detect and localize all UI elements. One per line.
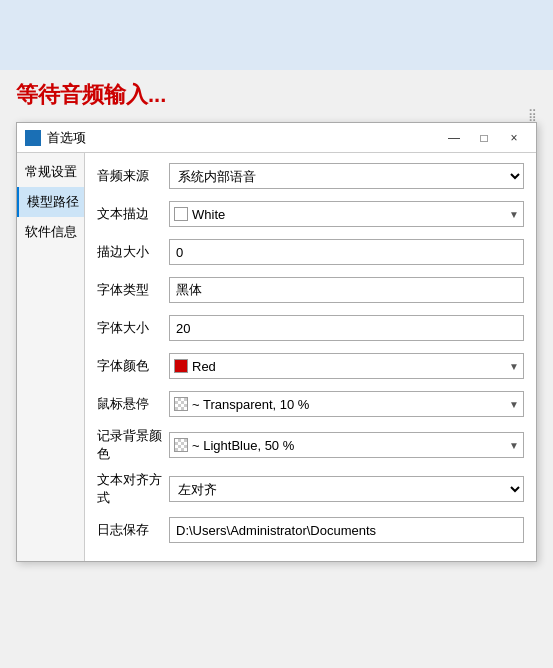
bg-color-value: ~ LightBlue, 50 % [192, 438, 294, 453]
log-save-row: 日志保存 [97, 515, 524, 545]
maximize-button[interactable]: □ [470, 128, 498, 148]
text-outline-select[interactable]: White ▼ [169, 201, 524, 227]
bg-color-select[interactable]: ~ LightBlue, 50 % ▼ [169, 432, 524, 458]
font-size-control [169, 315, 524, 341]
bg-color-arrow-icon: ▼ [509, 440, 519, 451]
bg-color-control: ~ LightBlue, 50 % ▼ [169, 432, 524, 458]
font-type-input[interactable] [169, 277, 524, 303]
audio-source-row: 音频来源 系统内部语音 麦克风 其他 [97, 161, 524, 191]
text-align-control: 左对齐 居中 右对齐 [169, 476, 524, 502]
audio-source-control: 系统内部语音 麦克风 其他 [169, 163, 524, 189]
text-align-label: 文本对齐方式 [97, 471, 169, 507]
mouse-hover-select[interactable]: ~ Transparent, 10 % ▼ [169, 391, 524, 417]
font-size-row: 字体大小 [97, 313, 524, 343]
log-save-input[interactable] [169, 517, 524, 543]
text-outline-row: 文本描边 White ▼ [97, 199, 524, 229]
dialog-title: 首选项 [47, 129, 440, 147]
text-align-row: 文本对齐方式 左对齐 居中 右对齐 [97, 471, 524, 507]
white-swatch [174, 207, 188, 221]
window-controls: — □ × [440, 128, 528, 148]
waiting-label: 等待音频输入... [0, 74, 553, 112]
sidebar: 常规设置 模型路径 软件信息 [17, 153, 85, 561]
outline-size-row: 描边大小 [97, 237, 524, 267]
mouse-hover-value: ~ Transparent, 10 % [192, 397, 309, 412]
font-color-control: Red ▼ [169, 353, 524, 379]
dropdown-arrow-icon: ▼ [509, 209, 519, 220]
close-button[interactable]: × [500, 128, 528, 148]
font-color-value: Red [192, 359, 216, 374]
mouse-hover-label: 鼠标悬停 [97, 395, 169, 413]
font-color-row: 字体颜色 Red ▼ [97, 351, 524, 381]
bg-color-label: 记录背景颜色 [97, 427, 169, 463]
log-save-label: 日志保存 [97, 521, 169, 539]
lightblue-swatch [174, 438, 188, 452]
text-align-select[interactable]: 左对齐 居中 右对齐 [169, 476, 524, 502]
font-color-arrow-icon: ▼ [509, 361, 519, 372]
bg-color-row: 记录背景颜色 ~ LightBlue, 50 % ▼ [97, 427, 524, 463]
sidebar-item-info[interactable]: 软件信息 [17, 217, 84, 247]
minimize-button[interactable]: — [440, 128, 468, 148]
outline-size-label: 描边大小 [97, 243, 169, 261]
settings-content: 音频来源 系统内部语音 麦克风 其他 文本描边 White [85, 153, 536, 561]
red-swatch [174, 359, 188, 373]
transparent-swatch [174, 397, 188, 411]
dialog-body: 常规设置 模型路径 软件信息 音频来源 系统内部语音 麦克风 其他 文本描边 [17, 153, 536, 561]
title-bar: 首选项 — □ × [17, 123, 536, 153]
font-size-input[interactable] [169, 315, 524, 341]
mouse-hover-control: ~ Transparent, 10 % ▼ [169, 391, 524, 417]
text-outline-value: White [192, 207, 225, 222]
text-outline-control: White ▼ [169, 201, 524, 227]
font-type-control [169, 277, 524, 303]
sidebar-item-general[interactable]: 常规设置 [17, 157, 84, 187]
log-save-control [169, 517, 524, 543]
mouse-hover-row: 鼠标悬停 ~ Transparent, 10 % ▼ [97, 389, 524, 419]
audio-preview-area [0, 0, 553, 70]
audio-source-label: 音频来源 [97, 167, 169, 185]
mouse-hover-arrow-icon: ▼ [509, 399, 519, 410]
outline-size-input[interactable] [169, 239, 524, 265]
outline-size-control [169, 239, 524, 265]
font-size-label: 字体大小 [97, 319, 169, 337]
dialog-icon [25, 130, 41, 146]
audio-source-select[interactable]: 系统内部语音 麦克风 其他 [169, 163, 524, 189]
font-type-row: 字体类型 [97, 275, 524, 305]
text-outline-label: 文本描边 [97, 205, 169, 223]
font-type-label: 字体类型 [97, 281, 169, 299]
preferences-dialog: 首选项 — □ × 常规设置 模型路径 软件信息 音频来源 系统内部语音 麦克风 [16, 122, 537, 562]
waiting-dots-icon: ⣿ [0, 108, 553, 122]
font-color-label: 字体颜色 [97, 357, 169, 375]
font-color-select[interactable]: Red ▼ [169, 353, 524, 379]
sidebar-item-model[interactable]: 模型路径 [17, 187, 84, 217]
